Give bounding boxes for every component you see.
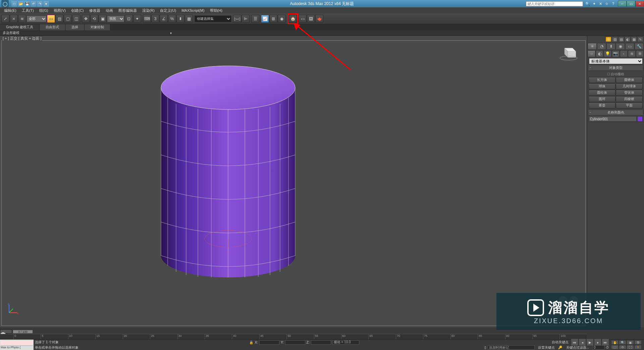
select-by-name-icon[interactable]: ▤	[55, 15, 63, 23]
render-setup-icon[interactable]: 🏠	[289, 15, 297, 23]
window-crossing-icon[interactable]: ◫	[72, 15, 80, 23]
menu-edit[interactable]: 编辑(E)	[1, 7, 19, 14]
ribbon-tab-freeform[interactable]: 自由形式	[40, 24, 65, 30]
app-logo[interactable]: ◯	[1, 0, 9, 7]
viewport[interactable]: z x	[1, 40, 586, 326]
z-input[interactable]	[311, 340, 331, 345]
autogrid-checkbox[interactable]: ☐ 自动栅格	[589, 72, 643, 77]
pivot-center-icon[interactable]: ⊡	[125, 15, 133, 23]
menu-modifiers[interactable]: 修改器	[87, 7, 103, 14]
unlink-icon[interactable]: ⤫	[10, 15, 18, 23]
favorite-icon[interactable]: ☆	[604, 1, 609, 6]
motion-tab-icon[interactable]: ◉	[616, 43, 625, 50]
display-tab-icon[interactable]: ▭	[625, 43, 634, 50]
util2-icon[interactable]: ▤	[618, 37, 624, 42]
rect-region-icon[interactable]: ▢	[64, 15, 72, 23]
material-editor-icon[interactable]: ◉	[278, 15, 286, 23]
rotate-icon[interactable]: ⟲	[90, 15, 98, 23]
hierarchy-tab-icon[interactable]: ⬍	[606, 43, 615, 50]
teapot-button[interactable]: 茶壶	[589, 102, 615, 108]
help-search-input[interactable]	[526, 1, 583, 6]
ribbon-tab-paint[interactable]: 对象绘制	[85, 24, 110, 30]
autokey-button[interactable]: 自动关键点	[550, 340, 571, 345]
open-icon[interactable]: 📂	[18, 1, 23, 7]
snap-toggle-icon[interactable]: 3	[151, 15, 159, 23]
shapes-subtab-icon[interactable]: ◐	[596, 50, 603, 57]
lock-icon[interactable]: 🔒	[249, 341, 253, 344]
box-button[interactable]: 长方体	[589, 77, 615, 83]
zoom-icon[interactable]: 🔍	[619, 340, 626, 345]
menu-animation[interactable]: 动画	[103, 7, 116, 14]
create-tab-icon[interactable]: ✳	[588, 43, 597, 50]
schematic-view-icon[interactable]: ⊞	[269, 15, 277, 23]
script-listener[interactable]: Max to Physx (	[0, 340, 34, 350]
maximize-viewport-icon[interactable]: ⛶	[627, 345, 634, 349]
sun-icon[interactable]: ☀	[605, 37, 611, 42]
bind-spacewarp-icon[interactable]: ≋	[18, 15, 26, 23]
util5-icon[interactable]: ✎	[637, 37, 643, 42]
object-color-swatch[interactable]	[637, 116, 643, 122]
render-production-icon[interactable]: 🖼	[307, 15, 315, 23]
pan-icon[interactable]: ✋	[611, 340, 619, 345]
layers-icon[interactable]: ☰	[251, 15, 259, 23]
systems-subtab-icon[interactable]: ✲	[636, 50, 644, 57]
menu-tools[interactable]: 工具(T)	[19, 7, 37, 14]
category-dropdown[interactable]: 标准基本体	[589, 58, 643, 64]
cylinder-object[interactable]	[156, 57, 300, 286]
manipulate-icon[interactable]: ✦	[133, 15, 141, 23]
render-iterative-icon[interactable]: 🫖	[315, 15, 323, 23]
torus-button[interactable]: 圆环	[589, 96, 615, 102]
new-icon[interactable]: □	[11, 1, 17, 7]
ribbon-expand-icon[interactable]: ▾	[167, 31, 174, 35]
curve-editor-icon[interactable]: 📈	[261, 15, 269, 23]
lights-subtab-icon[interactable]: 💡	[604, 50, 611, 57]
percent-snap-icon[interactable]: %	[168, 15, 176, 23]
rollout-object-type[interactable]: 对象类型	[588, 65, 643, 71]
ref-coord-dropdown[interactable]: 视图	[107, 15, 124, 22]
viewport-label[interactable]: [ + ] 正交 [ 真实 + 边面 ]	[2, 36, 42, 41]
subscription-icon[interactable]: ✦	[591, 1, 597, 6]
utilities-tab-icon[interactable]: 🔧	[635, 43, 644, 50]
sphere-button[interactable]: 球体	[589, 83, 615, 89]
menu-grapheditors[interactable]: 图形编辑器	[116, 7, 140, 14]
plane-button[interactable]: 平面	[616, 102, 643, 108]
viewcube[interactable]	[558, 44, 579, 61]
timeslider-thumb[interactable]: 0 / 100	[13, 330, 33, 334]
walk-icon[interactable]: 🚶	[634, 345, 642, 349]
menu-customize[interactable]: 自定义(U)	[157, 7, 179, 14]
select-icon[interactable]: ▭	[47, 15, 55, 23]
named-selection-dropdown[interactable]: 创建选择集	[195, 15, 231, 22]
geometry-subtab-icon[interactable]: ○	[588, 50, 595, 57]
selection-filter-dropdown[interactable]: 全部	[26, 15, 47, 22]
current-frame-input[interactable]: 0	[592, 345, 604, 350]
undo-icon[interactable]: ↶	[31, 1, 36, 7]
ribbon-tab-selection[interactable]: 选择	[65, 24, 85, 30]
menu-help[interactable]: 帮助(H)	[207, 7, 225, 14]
selectlink-icon[interactable]: ⤢	[1, 15, 9, 23]
minimize-button[interactable]: ─	[618, 1, 627, 7]
time-ruler[interactable]: 0 5 10 15 20 25 30 35 40 45 50 55 60 65 …	[0, 334, 587, 339]
time-slider[interactable]: ◂▸ 0 / 100	[0, 329, 587, 334]
time-config-icon[interactable]: ⏱	[606, 346, 609, 349]
timeslider-leftscroll[interactable]: ◂▸	[0, 330, 12, 334]
cylinder-button[interactable]: 圆柱体	[589, 90, 615, 96]
cameras-subtab-icon[interactable]: 📷	[612, 50, 620, 57]
redo-icon[interactable]: ↷	[37, 1, 43, 7]
menu-views[interactable]: 视图(V)	[51, 7, 69, 14]
scale-icon[interactable]: ▣	[99, 15, 107, 23]
edged-faces-icon[interactable]: ▦	[185, 15, 193, 23]
fov-icon[interactable]: ⦿	[634, 340, 642, 345]
qat-dropdown-icon[interactable]: ▾	[43, 1, 49, 7]
align-icon[interactable]: ⊫	[241, 15, 250, 23]
object-name-input[interactable]	[589, 116, 637, 122]
x-input[interactable]	[259, 340, 279, 345]
tube-button[interactable]: 管状体	[616, 90, 643, 96]
help-icon[interactable]: ?	[610, 1, 616, 6]
helpers-subtab-icon[interactable]: ▫	[620, 50, 628, 57]
zoom-extents-icon[interactable]: ▣	[627, 340, 634, 345]
rendered-frame-icon[interactable]: ▭	[299, 15, 307, 23]
menu-rendering[interactable]: 渲染(R)	[140, 7, 157, 14]
ribbon-panel-label[interactable]: 多边形建模	[3, 31, 19, 35]
angle-snap-icon[interactable]: ∠	[160, 15, 168, 23]
spinner-snap-icon[interactable]: ⬍	[176, 15, 184, 23]
